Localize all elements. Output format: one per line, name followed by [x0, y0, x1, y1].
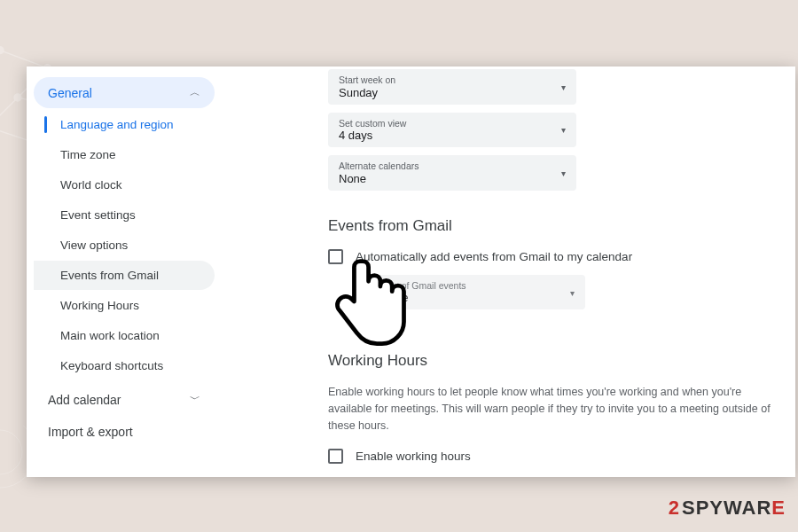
- dropdown-label: Start week on: [339, 74, 550, 86]
- chevron-up-icon: ︿: [190, 85, 200, 100]
- dropdown-alternate-calendars[interactable]: Alternate calendars None ▾: [328, 155, 576, 191]
- sidebar-item-time-zone[interactable]: Time zone: [34, 140, 215, 169]
- caret-down-icon: ▾: [561, 168, 566, 177]
- dropdown-value: Only me: [365, 291, 559, 304]
- checkbox-auto-add-events[interactable]: [328, 249, 343, 264]
- settings-sidebar: General ︿ Language and region Time zone …: [27, 66, 222, 477]
- sidebar-item-language-region[interactable]: Language and region: [34, 110, 215, 139]
- sidebar-section-add-calendar[interactable]: Add calendar ﹀: [34, 384, 215, 415]
- sidebar-item-label: Time zone: [60, 148, 116, 161]
- watermark: 2 SPYWAR E: [669, 497, 786, 520]
- svg-line-9: [0, 98, 18, 127]
- caret-down-icon: ▾: [561, 125, 566, 135]
- sidebar-item-view-options[interactable]: View options: [34, 231, 215, 260]
- settings-main: Start week on Sunday ▾ Set custom view 4…: [222, 66, 795, 477]
- sidebar-section-general[interactable]: General ︿: [34, 77, 215, 108]
- dropdown-value: None: [339, 172, 550, 185]
- sidebar-item-label: Event settings: [60, 208, 136, 222]
- checkbox-row-auto-add-events[interactable]: Automatically add events from Gmail to m…: [328, 249, 779, 264]
- svg-line-6: [0, 51, 47, 68]
- sidebar-import-export-label: Import & export: [48, 425, 133, 439]
- sidebar-item-keyboard-shortcuts[interactable]: Keyboard shortcuts: [34, 351, 215, 380]
- dropdown-value: Sunday: [339, 86, 550, 99]
- watermark-text: SPYWAR: [682, 497, 771, 520]
- sidebar-item-import-export[interactable]: Import & export: [34, 417, 215, 447]
- caret-down-icon: ▾: [570, 287, 575, 297]
- sidebar-item-world-clock[interactable]: World clock: [34, 170, 215, 200]
- sidebar-item-main-work-location[interactable]: Main work location: [34, 321, 215, 350]
- section-title-events-gmail: Events from Gmail: [328, 217, 779, 235]
- dropdown-label: Alternate calendars: [339, 160, 550, 172]
- sidebar-item-event-settings[interactable]: Event settings: [34, 200, 215, 230]
- sidebar-item-label: Working Hours: [60, 299, 139, 312]
- sidebar-item-working-hours[interactable]: Working Hours: [34, 291, 215, 320]
- sidebar-item-label: Language and region: [60, 118, 174, 131]
- section-title-working-hours: Working Hours: [328, 352, 779, 370]
- working-hours-description: Enable working hours to let people know …: [328, 384, 779, 434]
- settings-window: General ︿ Language and region Time zone …: [27, 66, 795, 477]
- watermark-e: E: [771, 497, 786, 520]
- checkbox-enable-working-hours[interactable]: [328, 449, 343, 464]
- dropdown-label: Visibility of Gmail events: [365, 280, 559, 292]
- sidebar-item-label: World clock: [60, 178, 122, 192]
- sidebar-item-label: Keyboard shortcuts: [60, 359, 163, 372]
- caret-down-icon: ▾: [561, 82, 566, 91]
- checkbox-label: Automatically add events from Gmail to m…: [356, 250, 632, 263]
- dropdown-label: Set custom view: [339, 118, 550, 129]
- sidebar-item-events-from-gmail[interactable]: Events from Gmail: [34, 261, 215, 290]
- dropdown-value: 4 days: [339, 129, 550, 142]
- watermark-2: 2: [669, 497, 680, 520]
- checkbox-row-enable-working-hours[interactable]: Enable working hours: [328, 449, 779, 464]
- checkbox-label: Enable working hours: [356, 450, 471, 463]
- dropdown-start-week[interactable]: Start week on Sunday ▾: [328, 69, 576, 105]
- chevron-down-icon: ﹀: [190, 392, 200, 407]
- sidebar-item-label: View options: [60, 239, 128, 252]
- dropdown-custom-view[interactable]: Set custom view 4 days ▾: [328, 113, 576, 148]
- sidebar-item-label: Main work location: [60, 329, 160, 342]
- sidebar-item-label: Events from Gmail: [60, 269, 159, 282]
- dropdown-visibility-gmail-events[interactable]: Visibility of Gmail events Only me ▾: [355, 275, 585, 310]
- sidebar-section-general-label: General: [48, 86, 92, 100]
- svg-point-12: [0, 430, 22, 474]
- sidebar-add-calendar-label: Add calendar: [48, 393, 121, 407]
